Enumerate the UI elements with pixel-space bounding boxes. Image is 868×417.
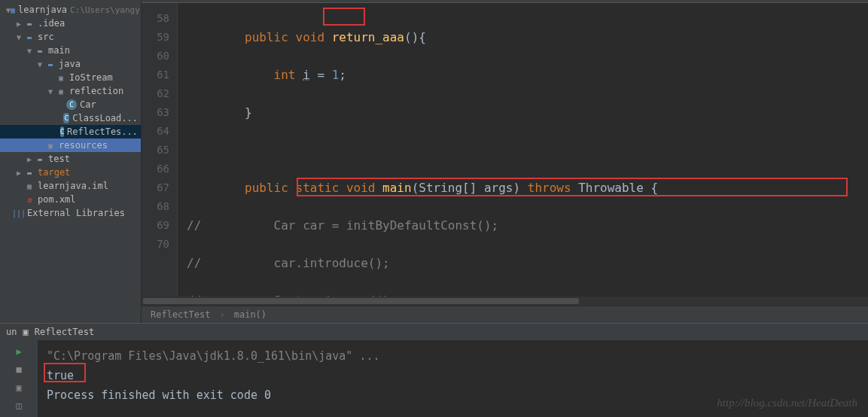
expand-arrow[interactable]: ▶ [17,169,24,177]
code-content[interactable]: public void return_aaa(){ int i = 1; } p… [178,3,868,297]
folder-icon: ▬ [35,154,45,164]
tree-item-idea[interactable]: ▶▬.idea [0,17,141,30]
line-number[interactable]: 68 [148,197,169,216]
maven-icon: m [24,194,35,205]
tree-label: .idea [38,18,65,29]
line-number[interactable]: 70 [148,235,169,254]
project-tool-window[interactable]: ▼ ▦ learnjava C:\Users\yangyi... ▶▬.idea… [0,0,142,323]
class-icon: C [60,126,64,137]
src-icon: ▬ [24,32,35,42]
crumb-class[interactable]: ReflectTest [151,309,210,320]
editor-area: 58 59 60 61 62 63 64 65 66 67 68 69 70 p… [142,0,868,323]
line-number[interactable]: 66 [148,160,169,178]
expand-arrow[interactable]: ▼ [27,47,35,55]
tree-label: ReflectTes... [67,126,138,137]
highlight-box-true [44,363,86,382]
tree-label: resources [59,140,108,151]
module-icon: ▦ [11,5,15,15]
tree-item-reflection[interactable]: ▼▣reflection [0,84,141,98]
code-editor[interactable]: 58 59 60 61 62 63 64 65 66 67 68 69 70 p… [142,3,868,297]
libraries-icon: ||| [14,208,24,218]
folder-icon: ▬ [24,167,35,178]
package-icon: ▣ [56,86,66,96]
tree-label: learnjava [18,5,67,15]
tree-item-main[interactable]: ▼▬main [0,44,141,57]
tree-item-classload[interactable]: CClassLoad... [0,111,141,125]
tree-label: ClassLoad... [72,113,138,123]
run-tool-label: un [6,327,17,337]
stop-button[interactable]: ■ [12,363,26,376]
tree-label: External Libraries [27,208,125,218]
line-number[interactable]: 58 [148,9,169,28]
line-number[interactable]: 63 [148,103,169,122]
tree-label: pom.xml [38,194,76,205]
tree-label: test [48,154,70,164]
highlight-box-void [323,8,365,26]
line-number[interactable]: 65 [148,141,169,160]
expand-arrow[interactable]: ▼ [17,33,24,41]
folder-icon: ▬ [24,18,35,29]
file-icon: ▦ [24,181,35,191]
settings-button[interactable]: ◫ [12,399,26,412]
tree-label: IoStream [69,72,113,83]
tree-label: main [48,45,70,56]
rerun-button[interactable]: ▶ [12,345,26,358]
expand-arrow[interactable]: ▶ [27,155,35,163]
tree-item-iostream[interactable]: ▣IoStream [0,71,141,84]
line-gutter[interactable]: 58 59 60 61 62 63 64 65 66 67 68 69 70 [142,3,178,297]
tree-item-src[interactable]: ▼▬src [0,30,141,44]
tree-label: java [59,59,81,69]
editor-breadcrumb[interactable]: ReflectTest › main() [142,306,868,323]
tree-item-target[interactable]: ▶▬target [0,166,141,179]
tree-item-test[interactable]: ▶▬test [0,152,141,166]
line-number[interactable]: 64 [148,122,169,141]
project-tree[interactable]: ▼ ▦ learnjava C:\Users\yangyi... ▶▬.idea… [0,0,141,223]
tree-item-reflecttest[interactable]: CReflectTes... [0,125,141,138]
console-line: "C:\Program Files\Java\jdk1.8.0_161\bin\… [47,346,859,366]
tree-item-iml[interactable]: ▦learnjava.iml [0,179,141,193]
package-icon: ▣ [56,72,66,83]
class-icon: C [66,99,77,110]
expand-arrow[interactable]: ▼ [38,60,45,68]
line-number[interactable]: 61 [148,65,169,84]
run-tab-name[interactable]: ReflectTest [35,327,94,337]
line-number[interactable]: 59 [148,28,169,47]
expand-arrow[interactable]: ▶ [17,20,24,28]
run-tool-header[interactable]: un ▣ ReflectTest [0,323,868,340]
line-number[interactable]: 62 [148,84,169,103]
tree-item-car[interactable]: CCar [0,98,141,111]
line-number[interactable]: 69 [148,216,169,235]
tree-item-pom[interactable]: mpom.xml [0,193,141,206]
highlight-box-println [297,178,848,196]
console-line: true [47,366,859,385]
line-number[interactable]: 60 [148,47,169,65]
tree-label: src [38,32,54,42]
tree-label: learnjava.iml [38,181,108,191]
run-tab-icon: ▣ [23,327,28,337]
console-tool-window: ▶ ■ ▣ ◫ "C:\Program Files\Java\jdk1.8.0_… [0,340,868,417]
tree-label: Car [80,99,96,110]
folder-icon: ▬ [35,45,45,56]
src-icon: ▬ [45,59,56,69]
layout-button[interactable]: ▣ [12,381,26,394]
tree-item-resources[interactable]: ▣resources [0,138,141,152]
editor-h-scrollbar[interactable] [142,297,868,306]
tree-label: reflection [69,86,123,96]
tree-label: target [38,167,70,178]
tree-external-libs[interactable]: |||External Libraries [0,206,141,220]
resources-icon: ▣ [45,140,56,151]
class-icon: C [63,113,69,123]
tree-path: C:\Users\yangyi... [70,5,142,15]
crumb-method[interactable]: main() [234,309,266,320]
crumb-separator-icon: › [219,309,224,320]
expand-arrow[interactable]: ▼ [48,87,56,96]
console-line: Process finished with exit code 0 [47,385,859,405]
tree-item-java[interactable]: ▼▬java [0,57,141,71]
line-number[interactable]: 67 [148,178,169,197]
console-output[interactable]: "C:\Program Files\Java\jdk1.8.0_161\bin\… [38,340,868,417]
console-toolbar[interactable]: ▶ ■ ▣ ◫ [0,340,38,417]
tree-root[interactable]: ▼ ▦ learnjava C:\Users\yangyi... [0,3,141,17]
